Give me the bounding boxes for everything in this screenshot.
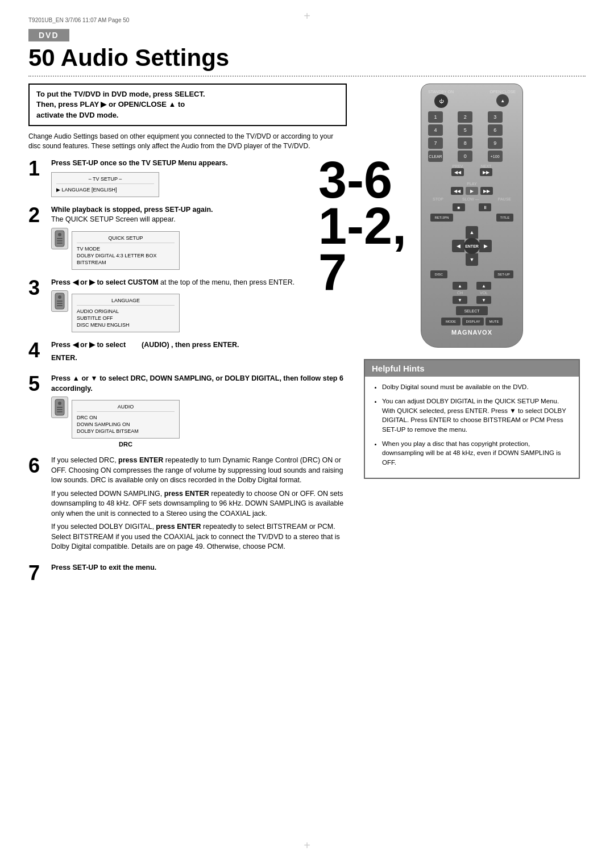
display-button[interactable]: DISPLAY	[462, 318, 484, 326]
return-button[interactable]: RET/JPN	[430, 214, 453, 222]
btn-100[interactable]: +100	[488, 151, 503, 162]
step-number-2: 2	[28, 205, 44, 226]
btn-3[interactable]: 3	[488, 111, 503, 123]
left-content: To put the TV/DVD in DVD mode, press SEL…	[28, 84, 352, 591]
nav-left-button[interactable]: ◀	[452, 240, 464, 252]
stop-button[interactable]: ■	[453, 203, 465, 211]
next-button[interactable]: ▶▶	[480, 168, 492, 176]
crosshair-bottom	[301, 840, 313, 851]
transport-row: ◀◀ ▶ ▶▶	[428, 187, 516, 195]
standby-button[interactable]: ⏻	[434, 94, 448, 108]
open-close-button[interactable]: ▲	[496, 94, 509, 107]
svg-rect-12	[57, 407, 63, 408]
nav-up-button[interactable]: ▲	[466, 226, 478, 239]
hint-item-2: You can adjust DOLBY DIGITAL in the QUIC…	[382, 397, 571, 435]
stop-label: STOP	[433, 197, 443, 201]
svg-rect-14	[57, 411, 63, 412]
setup-button[interactable]: SET-UP	[494, 270, 513, 278]
step-4-post: , then press ENTER.	[171, 341, 239, 349]
ch-label: CH	[457, 291, 463, 295]
step-5-instruction: Press ▲ or ▼ to select DRC, DOWN SAMPLIN…	[51, 374, 343, 393]
ch-down-button[interactable]: ▼	[453, 296, 467, 304]
remote-top-row: STANDBY·ON ⏻ OPEN/CLOSE ▲	[428, 90, 516, 108]
main-layout: To put the TV/DVD in DVD mode, press SEL…	[28, 84, 586, 591]
step-5-screen-col: AUDIO DRC ON DOWN SAMPLING ON DOLBY DIGI…	[72, 397, 180, 448]
step-number-7: 7	[28, 563, 44, 583]
step-5-screen-header: AUDIO	[77, 404, 175, 412]
btn-4[interactable]: 4	[428, 124, 443, 136]
vol-down-button[interactable]: ▼	[476, 296, 491, 304]
ch-vol-row: ▲ CH ▼ ▲ VOL ▼	[428, 282, 516, 304]
step-3-bold: Press ◀ or ▶ to select CUSTOM	[51, 278, 159, 286]
step-2-content: While playback is stopped, press SET-UP …	[51, 205, 352, 270]
vol-label: VOL	[480, 291, 488, 295]
play-label: PLAY	[467, 182, 476, 186]
open-close-label: OPEN/CLOSE	[489, 90, 516, 94]
step-2-row-3: BITSTREAM	[77, 259, 175, 266]
btn-8[interactable]: 8	[458, 137, 472, 149]
step-3-row-3: DISC MENU ENGLISH	[77, 322, 175, 328]
step-5-screen-area: AUDIO DRC ON DOWN SAMPLING ON DOLBY DIGI…	[51, 397, 352, 448]
btn-0[interactable]: 0	[458, 151, 472, 162]
nav-right-button[interactable]: ▶	[479, 240, 492, 252]
crosshair-top	[301, 10, 313, 22]
ffwd-button[interactable]: ▶▶	[480, 187, 493, 195]
intro-line1: To put the TV/DVD in DVD mode, press SEL…	[36, 89, 339, 120]
step-number-1: 1	[28, 158, 44, 179]
step-7-content: Press SET-UP to exit the menu.	[51, 563, 352, 576]
disc-button[interactable]: DISC	[430, 270, 447, 278]
btn-7[interactable]: 7	[428, 137, 443, 149]
step-2-remote-icon	[51, 228, 68, 249]
nav-section: ▲ ◀ ENTER ▶ ▼	[428, 226, 516, 266]
step-3: 3 Press ◀ or ▶ to select CUSTOM at the t…	[28, 278, 352, 333]
step-1-content: Press SET-UP once so the TV SETUP Menu a…	[51, 158, 352, 197]
step-7-instruction: Press SET-UP to exit the menu.	[51, 564, 156, 571]
disc-group: DISC	[430, 270, 447, 278]
btn-5[interactable]: 5	[458, 124, 472, 136]
number-grid: 1 2 3 4 5 6 7 8 9 CLEAR 0 +100	[428, 111, 516, 162]
step-5-remote-icon	[51, 397, 68, 418]
intro-description: Change Audio Settings based on other equ…	[28, 132, 347, 151]
dvd-badge: DVD	[28, 29, 69, 41]
step-2-row-2: DOLBY DIGITAL 4:3 LETTER BOX	[77, 252, 175, 259]
prev-button[interactable]: ◀◀	[451, 168, 464, 176]
step-1-screen-header: – TV SETUP –	[56, 176, 154, 184]
svg-point-11	[58, 402, 61, 405]
title-button[interactable]: TITLE	[496, 214, 513, 222]
btn-9[interactable]: 9	[488, 137, 503, 149]
svg-rect-7	[57, 301, 63, 302]
step-2: 2 While playback is stopped, press SET-U…	[28, 205, 352, 270]
select-row: SELECT	[428, 306, 516, 315]
ch-up-button[interactable]: ▲	[453, 282, 467, 290]
nav-down-button[interactable]: ▼	[466, 253, 478, 266]
select-button[interactable]: SELECT	[456, 306, 488, 315]
svg-rect-3	[57, 240, 63, 241]
step-2-screen-area: QUICK SETUP TV MODE DOLBY DIGITAL 4:3 LE…	[51, 228, 352, 270]
mode-button[interactable]: MODE	[441, 318, 460, 326]
step-1-instruction: Press SET-UP once so the TV SETUP Menu a…	[51, 159, 228, 167]
step-6-para-2: If you selected DOWN SAMPLING, press ENT…	[51, 489, 352, 519]
next-label: NEXT	[481, 164, 492, 168]
step-3-screen-area: LANGUAGE AUDIO ORIGINAL SUBTITLE OFF DIS…	[51, 290, 352, 332]
step-3-suffix: at the top of the menu, then press ENTER…	[160, 278, 294, 286]
svg-point-6	[58, 295, 61, 299]
btn-6[interactable]: 6	[488, 124, 503, 136]
mute-button[interactable]: MUTE	[486, 318, 503, 326]
enter-button[interactable]: ENTER	[464, 238, 480, 254]
step-5-row-3: DOLBY DIGITAL BITSEAM	[77, 428, 175, 435]
step-5-screen: AUDIO DRC ON DOWN SAMPLING ON DOLBY DIGI…	[72, 400, 180, 439]
btn-clear[interactable]: CLEAR	[428, 151, 443, 162]
helpful-hints-list: Dolby Digital sound must be available on…	[373, 382, 571, 467]
btn-2[interactable]: 2	[458, 111, 472, 123]
vol-up-button[interactable]: ▲	[476, 282, 491, 290]
pause-button[interactable]: ⏸	[479, 203, 491, 211]
svg-rect-4	[57, 243, 63, 244]
svg-rect-2	[57, 238, 63, 239]
btn-1[interactable]: 1	[428, 111, 443, 123]
rewind-button[interactable]: ◀◀	[451, 187, 463, 195]
play-button[interactable]: ▶	[466, 187, 478, 195]
helpful-hints-box: Helpful Hints Dolby Digital sound must b…	[364, 359, 580, 478]
nav-cross: ▲ ◀ ENTER ▶ ▼	[452, 226, 492, 266]
prev-group: PREV ◀◀	[451, 164, 464, 176]
page-title: 50 Audio Settings	[28, 45, 586, 71]
